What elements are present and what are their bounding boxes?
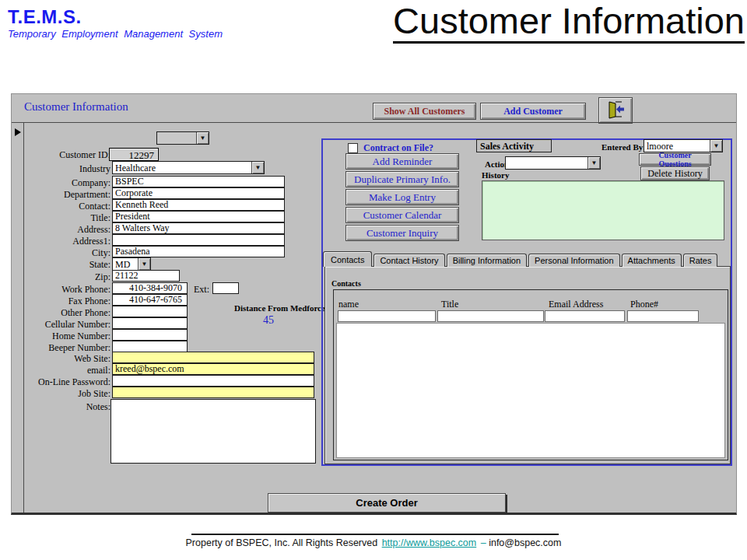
- footer-email: info@bspec.com: [489, 537, 561, 548]
- tab-rates[interactable]: Rates: [683, 254, 718, 267]
- web-site-field[interactable]: [112, 352, 314, 363]
- customer-lookup-value: [157, 132, 196, 144]
- department-label: Department:: [16, 189, 110, 201]
- department-field[interactable]: [112, 187, 285, 199]
- footer-link[interactable]: http://www.bspec.com: [382, 537, 477, 548]
- contacts-section-label: Contacts: [331, 279, 361, 288]
- title-label: Title:: [16, 212, 110, 224]
- zip-label: Zip:: [16, 271, 110, 283]
- column-header-name: name: [338, 299, 359, 310]
- beeper-number-field[interactable]: [112, 341, 188, 352]
- app-logo-subtitle: Temporary Employment Management System: [8, 28, 223, 40]
- fax-phone-field[interactable]: [112, 294, 188, 306]
- customer-information-form: Customer Information Show All Customers …: [11, 93, 737, 515]
- page-title: Customer Information: [393, 2, 745, 44]
- contact-field[interactable]: [112, 199, 285, 211]
- entered-by-label: Entered By:: [601, 142, 646, 152]
- contact-name-input[interactable]: [338, 310, 436, 322]
- detail-tabs: Contacts Contact History Billing Informa…: [323, 251, 719, 267]
- tab-billing-information[interactable]: Billing Information: [447, 254, 527, 267]
- column-header-phone: Phone#: [630, 299, 658, 310]
- history-label: History: [482, 170, 509, 180]
- online-password-field[interactable]: [112, 375, 314, 387]
- customer-questions-button[interactable]: Customer Questions: [639, 153, 711, 166]
- address1-field[interactable]: [112, 234, 285, 246]
- footer-text: Property of BSPEC, Inc. All Rights Reser…: [186, 537, 378, 548]
- notes-field[interactable]: [110, 399, 316, 464]
- exit-button[interactable]: [598, 97, 633, 124]
- fax-phone-label: Fax Phone:: [16, 296, 110, 307]
- add-customer-button[interactable]: Add Customer: [480, 103, 586, 120]
- column-header-title: Title: [441, 299, 458, 310]
- customer-calendar-button[interactable]: Customer Calendar: [345, 207, 459, 223]
- address-field[interactable]: [112, 222, 285, 234]
- chevron-down-icon[interactable]: ▼: [251, 162, 264, 173]
- city-field[interactable]: [112, 246, 285, 257]
- address-label: Address:: [16, 224, 110, 236]
- contacts-list-area[interactable]: [336, 323, 725, 458]
- city-label: City:: [16, 247, 110, 259]
- customer-id-field: 12297: [109, 148, 159, 161]
- chevron-down-icon[interactable]: ▼: [587, 157, 600, 169]
- tab-contact-history[interactable]: Contact History: [374, 254, 444, 267]
- column-header-email: Email Address: [549, 299, 603, 310]
- customer-inquiry-button[interactable]: Customer Inquiry: [345, 225, 459, 241]
- tab-attachments[interactable]: Attachments: [622, 254, 682, 267]
- tab-contacts[interactable]: Contacts: [323, 251, 372, 267]
- industry-label: Industry: [16, 163, 110, 175]
- contract-on-file-label: Contract on File?: [363, 142, 433, 154]
- footer-rule: [191, 534, 559, 535]
- online-password-label: On-Line Password:: [16, 376, 110, 388]
- footer-dash: –: [481, 537, 486, 548]
- duplicate-primary-info-button[interactable]: Duplicate Primary Info.: [345, 171, 459, 187]
- action-value: [506, 157, 587, 169]
- form-title: Customer Information: [24, 100, 128, 114]
- work-phone-label: Work Phone:: [16, 284, 110, 296]
- email-field[interactable]: [112, 363, 314, 375]
- record-selector-arrow-icon: [15, 128, 21, 136]
- home-number-field[interactable]: [112, 329, 188, 341]
- chevron-down-icon[interactable]: ▼: [710, 140, 722, 152]
- title-field[interactable]: [112, 211, 285, 222]
- make-log-entry-button[interactable]: Make Log Entry: [345, 189, 459, 205]
- notes-label: Notes:: [16, 401, 110, 413]
- header-divider: [12, 122, 736, 123]
- state-value: MD: [113, 258, 138, 270]
- other-phone-label: Other Phone:: [16, 307, 110, 319]
- cellular-number-label: Cellular Number:: [16, 319, 110, 331]
- contact-email-input[interactable]: [545, 310, 625, 322]
- beeper-number-label: Beeper Number:: [16, 342, 110, 354]
- company-field[interactable]: [112, 176, 285, 187]
- contract-on-file-checkbox[interactable]: [348, 143, 358, 153]
- history-box[interactable]: [482, 180, 724, 240]
- industry-select[interactable]: Healthcare ▼: [112, 161, 265, 174]
- contacts-table: name Title Email Address Phone#: [333, 289, 728, 460]
- cellular-number-field[interactable]: [112, 317, 188, 329]
- state-select[interactable]: MD ▼: [112, 257, 151, 271]
- zip-field[interactable]: [112, 270, 180, 282]
- app-logo: T.E.M.S.: [8, 6, 82, 28]
- chevron-down-icon[interactable]: ▼: [138, 258, 150, 270]
- distance-value: 45: [245, 314, 292, 327]
- customer-lookup-select[interactable]: ▼: [156, 131, 209, 145]
- add-reminder-button[interactable]: Add Reminder: [345, 153, 459, 170]
- action-select[interactable]: ▼: [505, 156, 601, 170]
- contact-phone-input[interactable]: [627, 310, 699, 322]
- create-order-button[interactable]: Create Order: [268, 493, 506, 513]
- distance-label: Distance From Medforce:: [234, 303, 328, 313]
- contact-title-input[interactable]: [437, 310, 544, 322]
- entered-by-value: lmoore: [644, 140, 710, 152]
- delete-history-button[interactable]: Delete History: [640, 166, 710, 180]
- tab-personal-information[interactable]: Personal Information: [528, 254, 620, 267]
- address1-label: Address1:: [16, 236, 110, 247]
- show-all-customers-button[interactable]: Show All Customers: [373, 103, 476, 120]
- chevron-down-icon[interactable]: ▼: [196, 132, 209, 144]
- web-site-label: Web Site:: [16, 353, 110, 365]
- other-phone-field[interactable]: [112, 306, 188, 317]
- email-label: email:: [16, 365, 110, 376]
- home-number-label: Home Number:: [16, 331, 110, 342]
- contact-label: Contact:: [16, 201, 110, 212]
- ext-field[interactable]: [212, 282, 239, 294]
- job-site-field[interactable]: [112, 387, 314, 398]
- footer: Property of BSPEC, Inc. All Rights Reser…: [140, 537, 607, 548]
